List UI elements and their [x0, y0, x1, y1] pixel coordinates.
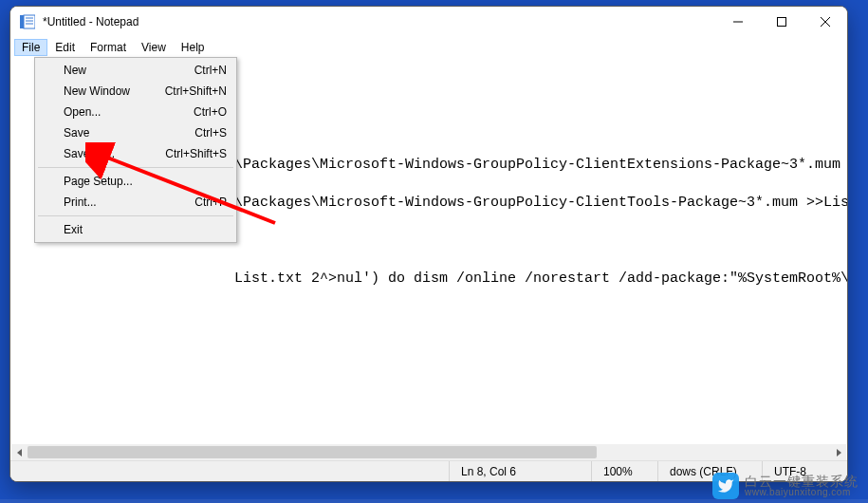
- menu-item-save[interactable]: Save Ctrl+S: [37, 122, 234, 143]
- menubar: File Edit Format View Help: [10, 37, 847, 57]
- menu-item-label: Exit: [64, 223, 227, 236]
- watermark: 白云一键重装系统 www.baiyunxitong.com: [712, 473, 859, 499]
- notepad-window: *Untitled - Notepad File Edit Format Vie…: [9, 6, 848, 482]
- svg-marker-10: [837, 449, 841, 456]
- menu-separator: [38, 167, 233, 168]
- menu-item-open[interactable]: Open... Ctrl+O: [37, 102, 234, 122]
- menu-item-label: New: [64, 64, 194, 77]
- menu-item-label: Page Setup...: [64, 175, 227, 188]
- horizontal-scrollbar[interactable]: [11, 444, 846, 460]
- menu-item-label: Save As...: [64, 147, 165, 160]
- menu-item-accel: Ctrl+S: [194, 126, 227, 140]
- menu-file[interactable]: File: [14, 39, 47, 56]
- menu-item-accel: Ctrl+N: [194, 64, 227, 77]
- status-position: Ln 8, Col 6: [449, 461, 591, 482]
- scroll-track[interactable]: [28, 444, 830, 460]
- menu-item-label: Print...: [64, 196, 194, 209]
- watermark-bird-icon: [712, 473, 739, 499]
- titlebar[interactable]: *Untitled - Notepad: [10, 7, 847, 37]
- menu-help[interactable]: Help: [174, 39, 212, 56]
- menu-item-print[interactable]: Print... Ctrl+P: [37, 192, 234, 213]
- status-zoom: 100%: [591, 461, 657, 482]
- svg-rect-1: [24, 15, 35, 28]
- maximize-button[interactable]: [760, 7, 803, 37]
- menu-item-label: New Window: [64, 84, 165, 98]
- menu-item-label: Open...: [64, 105, 194, 119]
- watermark-text-url: www.baiyunxitong.com: [745, 488, 859, 497]
- menu-item-new[interactable]: New Ctrl+N: [37, 60, 234, 81]
- desktop-taskbar: [0, 499, 868, 503]
- window-title: *Untitled - Notepad: [43, 15, 139, 28]
- scroll-thumb[interactable]: [28, 446, 597, 458]
- watermark-text-cn: 白云一键重装系统: [745, 475, 859, 488]
- menu-edit[interactable]: Edit: [47, 39, 83, 56]
- menu-item-accel: Ctrl+O: [194, 105, 227, 119]
- menu-item-new-window[interactable]: New Window Ctrl+Shift+N: [37, 81, 234, 102]
- menu-format[interactable]: Format: [83, 39, 134, 56]
- svg-marker-9: [17, 449, 22, 456]
- editor-line: List.txt 2^>nul') do dism /online /nores…: [16, 270, 841, 289]
- file-dropdown-menu: New Ctrl+N New Window Ctrl+Shift+N Open.…: [34, 57, 237, 243]
- menu-item-label: Save: [64, 126, 194, 140]
- menu-item-save-as[interactable]: Save As... Ctrl+Shift+S: [37, 143, 234, 164]
- close-button[interactable]: [803, 7, 847, 37]
- menu-item-accel: Ctrl+Shift+S: [165, 147, 227, 160]
- svg-rect-0: [20, 15, 24, 28]
- menu-item-page-setup[interactable]: Page Setup...: [37, 171, 234, 192]
- scroll-right-icon[interactable]: [830, 444, 846, 460]
- menu-view[interactable]: View: [134, 39, 174, 56]
- menu-separator: [38, 215, 233, 216]
- menu-item-exit[interactable]: Exit: [37, 219, 234, 240]
- svg-rect-6: [778, 18, 786, 27]
- menu-item-accel: Ctrl+Shift+N: [165, 84, 227, 98]
- menu-item-accel: Ctrl+P: [194, 196, 227, 209]
- scroll-left-icon[interactable]: [11, 444, 28, 460]
- minimize-button[interactable]: [716, 7, 760, 37]
- notepad-app-icon: [20, 14, 35, 29]
